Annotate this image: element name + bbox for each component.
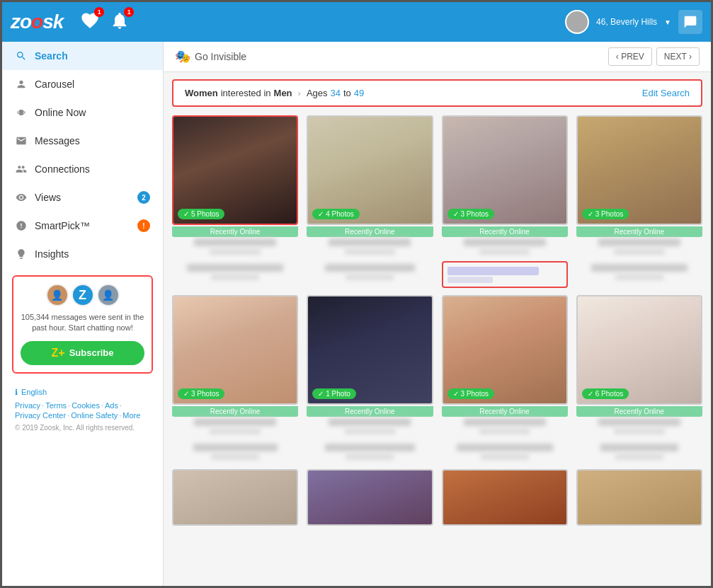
profile-image-1-2[interactable]: ✓ 4 Photos [307, 115, 433, 225]
profile-name-1-3 [464, 238, 546, 246]
name-row-1-1 [172, 237, 298, 257]
profile-age-2-4 [615, 274, 663, 280]
sidebar-item-carousel[interactable]: Carousel [2, 70, 163, 98]
profile-image-3-1[interactable]: ✓ 3 Photos [172, 295, 298, 405]
profile-card-3-2: ✓ 1 Photo Recently Online [307, 295, 433, 437]
profile-name-2-2 [325, 264, 416, 272]
notifications-badge: 1 [124, 7, 134, 17]
profile-name-3-3 [464, 418, 546, 426]
profile-name-4-3 [457, 444, 553, 451]
sidebar-item-smartpick[interactable]: SmartPick™ ! [2, 212, 163, 240]
profile-card-5-4 [576, 469, 702, 526]
edit-search-link[interactable]: Edit Search [642, 88, 690, 98]
profile-name-3-2 [329, 418, 411, 426]
insights-label: Insights [35, 248, 69, 260]
user-location: 46, Beverly Hills [596, 17, 657, 27]
profile-image-5-3[interactable] [442, 469, 568, 526]
recently-online-1-3[interactable]: Recently Online [442, 226, 568, 237]
next-button[interactable]: NEXT › [656, 47, 700, 66]
connections-icon [15, 163, 28, 175]
check-icon: ✓ [588, 390, 593, 398]
profile-row-4 [172, 441, 702, 462]
online-safety-link[interactable]: Online Safety [71, 411, 118, 420]
recently-online-1-4[interactable]: Recently Online [576, 226, 702, 237]
filter-interest: Men [274, 88, 292, 98]
profile-image-3-3[interactable]: ✓ 3 Photos [442, 295, 568, 405]
messages-label: Messages [35, 135, 80, 146]
profile-name-4-2 [325, 444, 416, 451]
profile-age-3-2 [345, 428, 395, 434]
header-right: 46, Beverly Hills ▼ [565, 10, 702, 34]
user-avatar[interactable] [565, 10, 589, 34]
profile-card-1-2: ✓ 4 Photos Recently Online [307, 115, 433, 257]
profile-image-1-4[interactable]: ✓ 3 Photos [576, 115, 702, 225]
ads-link[interactable]: Ads [105, 401, 118, 410]
filter-age-max: 49 [354, 88, 364, 98]
subscribe-label: Subscribe [69, 347, 114, 358]
profile-image-1-1[interactable]: ✓ 5 Photos [172, 115, 298, 225]
sidebar-item-connections[interactable]: Connections [2, 155, 163, 183]
profile-image-1-3[interactable]: ✓ 3 Photos [442, 115, 568, 225]
subscribe-box: 👤 Z 👤 105,344 messages were sent in the … [12, 275, 153, 374]
recently-online-3-1[interactable]: Recently Online [172, 406, 298, 417]
recently-online-1-2[interactable]: Recently Online [307, 226, 433, 237]
sidebar-item-search[interactable]: Search [2, 42, 163, 70]
sidebar-item-insights[interactable]: Insights [2, 240, 163, 268]
name-row-3-4 [576, 417, 702, 437]
sub-avatar-3: 👤 [97, 284, 120, 306]
photo-count-1-2: ✓ 4 Photos [312, 209, 359, 219]
search-icon [15, 50, 28, 62]
recently-online-3-2[interactable]: Recently Online [307, 406, 433, 417]
privacy-center-link[interactable]: Privacy Center [15, 411, 66, 420]
sidebar-item-messages[interactable]: Messages [2, 127, 163, 155]
profile-image-5-1[interactable] [172, 469, 298, 526]
svg-point-2 [23, 111, 25, 114]
profile-image-5-2[interactable] [307, 469, 433, 526]
photo-count-3-3: ✓ 3 Photos [447, 388, 494, 399]
filter-age-min: 34 [331, 88, 341, 98]
recently-online-3-3[interactable]: Recently Online [442, 406, 568, 417]
profile-image-3-2[interactable]: ✓ 1 Photo [307, 295, 433, 405]
name-row-2-2 [307, 261, 433, 282]
footer-links: Privacy · Terms · Cookies · Ads · Privac… [15, 401, 150, 420]
language-row[interactable]: ℹ English [15, 388, 150, 397]
copyright: © 2019 Zoosk, Inc. All rights reserved. [15, 424, 150, 432]
sidebar-item-views[interactable]: Views 2 [2, 183, 163, 212]
hearts-button[interactable]: 1 [80, 11, 100, 33]
info-icon: ℹ [15, 388, 18, 397]
profile-card-2-3 [442, 261, 568, 288]
profile-age-1-2 [345, 248, 395, 255]
recently-online-1-1[interactable]: Recently Online [172, 226, 298, 237]
profile-age-3-4 [614, 428, 664, 434]
sidebar-item-online-now[interactable]: Online Now [2, 98, 163, 127]
go-invisible-button[interactable]: 🎭 Go Invisible [175, 49, 246, 64]
profile-name-4-1 [193, 444, 278, 451]
prev-button[interactable]: ‹ PREV [608, 47, 652, 66]
name-row-1-3 [442, 237, 568, 257]
user-dropdown-arrow[interactable]: ▼ [664, 18, 671, 26]
messages-header-button[interactable] [678, 10, 702, 34]
profile-name-2-4 [591, 264, 688, 272]
photo-count-1-3: ✓ 3 Photos [447, 209, 494, 219]
profile-age-2-2 [346, 274, 394, 280]
profile-age-1-3 [479, 248, 530, 255]
subscribe-button[interactable]: Z+ Subscribe [21, 341, 144, 365]
logo[interactable]: zoosk [11, 11, 63, 33]
notifications-button[interactable]: 1 [110, 11, 130, 33]
check-icon: ✓ [183, 210, 189, 218]
profile-card-5-3 [442, 469, 568, 526]
filter-bar: Women interested in Men › Ages 34 to 49 … [172, 79, 702, 107]
terms-link[interactable]: Terms [45, 401, 67, 410]
cookies-link[interactable]: Cookies [72, 401, 100, 410]
online-now-icon [15, 106, 28, 119]
profile-image-5-4[interactable] [576, 469, 702, 526]
profile-image-3-4[interactable]: ✓ 6 Photos [576, 295, 702, 405]
profile-name-3-1 [194, 418, 276, 426]
content-area: 🎭 Go Invisible ‹ PREV NEXT › Women inter… [164, 42, 711, 586]
name-row-2-1 [172, 261, 298, 282]
privacy-link[interactable]: Privacy [15, 401, 40, 410]
recently-online-3-4[interactable]: Recently Online [576, 406, 702, 417]
profile-age-1-4 [614, 248, 664, 255]
more-link[interactable]: More [122, 411, 140, 420]
hearts-badge: 1 [94, 7, 104, 17]
